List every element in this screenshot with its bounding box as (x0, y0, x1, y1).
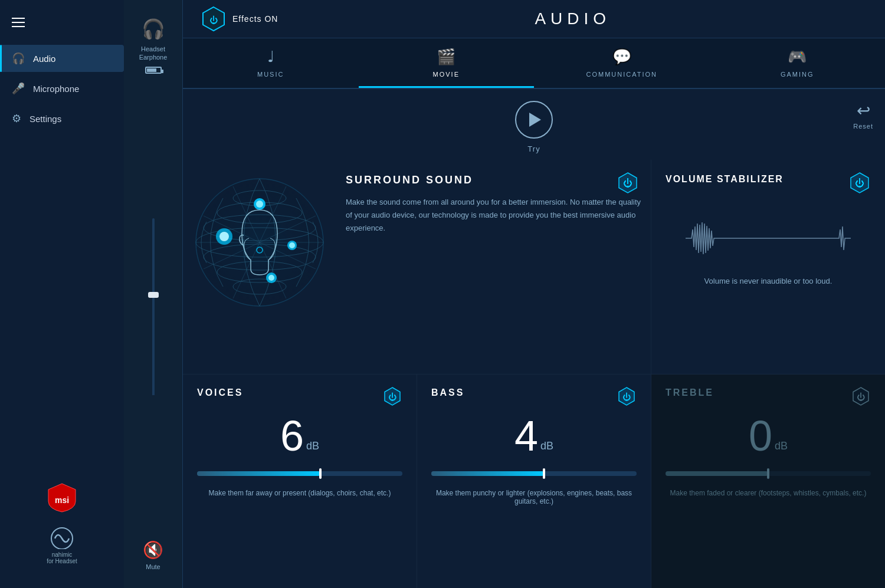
volume-slider-container (152, 86, 155, 528)
bass-description: Make them punchy or lighter (explosions,… (431, 489, 637, 505)
try-label: Try (527, 144, 540, 153)
headset-device-label: HeadsetEarphone (139, 45, 168, 62)
surround-info: SURROUND SOUND Make the sound come from … (336, 160, 651, 374)
bass-card: BASS ⏻ 4 dB (417, 375, 651, 589)
volume-stabilizer-card: VOLUME STABILIZER ⏻ (651, 160, 885, 374)
nahimic-logo: nahimicfor Headset (46, 525, 78, 564)
bass-title: BASS (431, 387, 464, 398)
page-title: AUDIO (278, 9, 867, 28)
gaming-tab-icon: 🎮 (788, 48, 807, 66)
bass-title-row: BASS ⏻ (431, 386, 637, 409)
svg-text:⏻: ⏻ (622, 392, 631, 402)
bass-toggle[interactable]: ⏻ (617, 386, 637, 409)
surround-sound-card: SURROUND SOUND Make the sound come from … (183, 160, 651, 374)
svg-text:⏻: ⏻ (857, 392, 865, 402)
mute-button[interactable]: 🔇 Mute (140, 534, 166, 576)
main-grid: SURROUND SOUND Make the sound come from … (183, 160, 885, 588)
bass-slider[interactable] (431, 471, 637, 476)
treble-db: dB (775, 440, 788, 452)
voices-title: VOICES (197, 387, 243, 398)
reset-icon: ↩ (857, 101, 870, 120)
reset-button[interactable]: ↩ Reset (853, 101, 873, 130)
treble-description: Make them faded or clearer (footsteps, w… (666, 489, 871, 497)
microphone-icon: 🎤 (12, 82, 25, 95)
svg-text:⏻: ⏻ (388, 392, 396, 402)
voices-slider[interactable] (197, 471, 402, 476)
nahimic-icon (46, 525, 78, 549)
effects-label: Effects ON (232, 14, 278, 24)
treble-title-row: TREBLE ⏻ (666, 386, 871, 409)
svg-point-19 (268, 275, 274, 281)
voices-title-row: VOICES ⏻ (197, 386, 402, 409)
play-icon (529, 113, 541, 127)
volume-slider[interactable] (152, 218, 155, 395)
effects-toggle[interactable]: ⏻ Effects ON (201, 6, 278, 32)
sidebar-label-microphone: Microphone (33, 84, 79, 94)
music-tab-icon: ♩ (267, 48, 274, 66)
sidebar-bottom: msi nahimicfor Headset (0, 470, 124, 576)
waveform-display (666, 218, 871, 259)
battery-indicator (145, 67, 162, 74)
surround-title: SURROUND SOUND (346, 174, 641, 186)
svg-point-17 (289, 242, 295, 248)
surround-description: Make the sound come from all around you … (346, 196, 641, 235)
sidebar-label-settings: Settings (30, 114, 61, 124)
menu-button[interactable] (0, 12, 124, 45)
sidebar-item-microphone[interactable]: 🎤 Microphone (0, 75, 124, 102)
voices-db: dB (306, 440, 319, 452)
headset-device-item[interactable]: 🎧 HeadsetEarphone (136, 12, 171, 80)
tab-gaming[interactable]: 🎮 GAMING (710, 38, 886, 88)
svg-text:⏻: ⏻ (209, 15, 218, 25)
device-panel: 🎧 HeadsetEarphone 🔇 Mute (124, 0, 183, 588)
volstab-toggle[interactable]: ⏻ (848, 172, 871, 196)
sidebar-label-audio: Audio (33, 54, 55, 64)
sidebar-item-settings[interactable]: ⚙ Settings (0, 105, 124, 132)
voices-toggle[interactable]: ⏻ (382, 386, 402, 409)
voices-description: Make them far away or present (dialogs, … (197, 489, 402, 497)
sidebar-item-audio[interactable]: 🎧 Audio (0, 45, 124, 72)
treble-toggle[interactable]: ⏻ (851, 386, 871, 409)
treble-value: 0 (749, 415, 772, 457)
effects-hex-button[interactable]: ⏻ (201, 6, 227, 32)
surround-visual (183, 160, 336, 325)
volstab-title: VOLUME STABILIZER (666, 173, 784, 186)
tabs: ♩ MUSIC 🎬 MOVIE 💬 COMMUNICATION 🎮 GAMING (183, 38, 885, 89)
mute-label: Mute (146, 563, 160, 570)
volstab-description: Volume is never inaudible or too loud. (666, 277, 871, 285)
content-area: Try ↩ Reset (183, 89, 885, 588)
treble-title: TREBLE (666, 387, 714, 398)
tab-movie[interactable]: 🎬 MOVIE (359, 38, 535, 88)
communication-tab-icon: 💬 (612, 48, 631, 66)
voices-slider-row (197, 471, 402, 476)
settings-icon: ⚙ (12, 112, 21, 125)
surround-sphere-svg (186, 169, 333, 316)
communication-tab-label: COMMUNICATION (586, 71, 657, 78)
sidebar-nav: 🎧 Audio 🎤 Microphone ⚙ Settings (0, 45, 124, 132)
surround-toggle[interactable]: ⏻ (617, 172, 639, 196)
mute-icon: 🔇 (143, 540, 163, 560)
treble-card: TREBLE ⏻ 0 dB (651, 375, 885, 589)
voices-value: 6 (280, 415, 304, 457)
gaming-tab-label: GAMING (781, 71, 814, 78)
bass-value: 4 (514, 415, 538, 457)
main-content: ⏻ Effects ON AUDIO ♩ MUSIC 🎬 MOVIE 💬 COM… (183, 0, 885, 588)
svg-point-13 (256, 201, 263, 208)
music-tab-label: MUSIC (257, 71, 284, 78)
voices-value-display: 6 dB (197, 409, 402, 463)
sidebar: 🎧 Audio 🎤 Microphone ⚙ Settings msi nahi… (0, 0, 124, 588)
movie-tab-icon: 🎬 (437, 48, 455, 66)
try-section: Try (515, 101, 553, 153)
nahimic-text: nahimicfor Headset (47, 551, 77, 564)
bass-db: dB (540, 440, 553, 452)
tab-communication[interactable]: 💬 COMMUNICATION (534, 38, 710, 88)
treble-slider[interactable] (666, 471, 871, 476)
reset-label: Reset (853, 123, 873, 130)
try-button[interactable] (515, 101, 553, 139)
headset-device-icon: 🎧 (142, 18, 165, 40)
tab-music[interactable]: ♩ MUSIC (183, 38, 359, 88)
svg-text:⏻: ⏻ (623, 178, 632, 188)
msi-shield-icon: msi (46, 482, 78, 514)
voices-card: VOICES ⏻ 6 dB (183, 375, 417, 589)
msi-logo: msi (46, 482, 78, 514)
svg-text:msi: msi (55, 495, 69, 505)
